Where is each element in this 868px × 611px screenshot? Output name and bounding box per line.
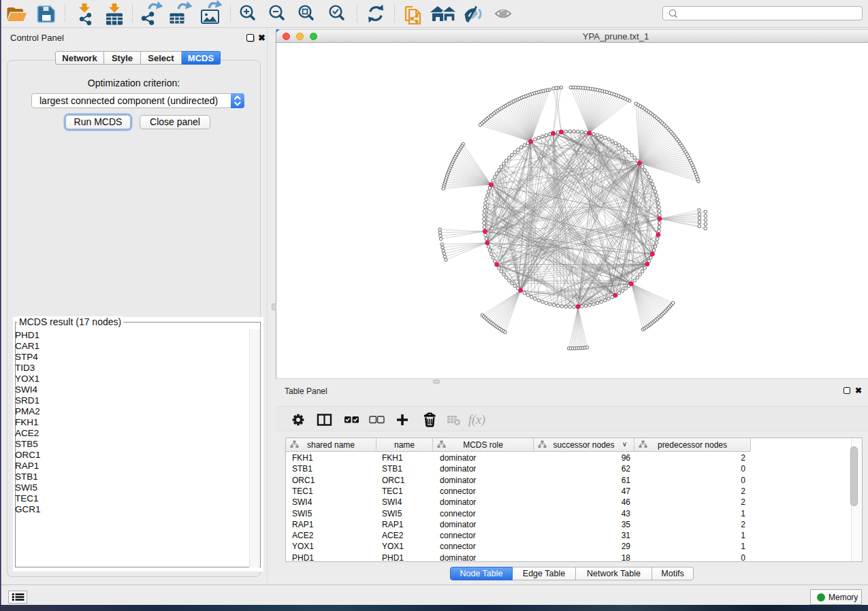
- svg-text:f(x): f(x): [468, 413, 485, 427]
